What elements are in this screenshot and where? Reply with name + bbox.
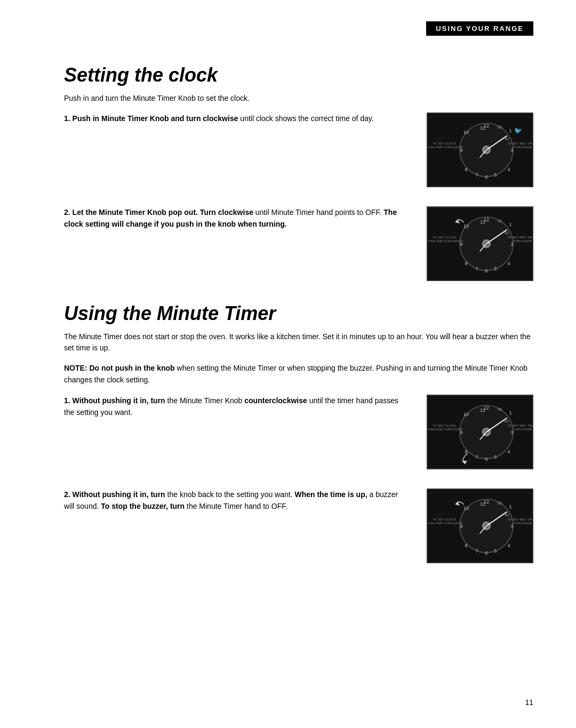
minute-timer-image-2: 12 1 11 3 4 5 6 7 8 9 10 60 40 bbox=[427, 489, 533, 563]
svg-text:4: 4 bbox=[507, 261, 510, 266]
clock-diagram-4: 12 1 11 3 4 5 6 7 8 9 10 60 40 bbox=[427, 489, 533, 563]
svg-text:PUSH AND TURN KNOB.: PUSH AND TURN KNOB. bbox=[428, 522, 463, 525]
step-bold: Push in Minute Timer Knob and turn clock… bbox=[73, 114, 238, 123]
svg-text:PUSH AND TURN KNOB.: PUSH AND TURN KNOB. bbox=[428, 428, 463, 431]
mt-step-bold-2b: When the time is up, bbox=[294, 490, 367, 499]
mt-step-num-2: 2. bbox=[64, 490, 73, 499]
svg-text:5: 5 bbox=[494, 454, 497, 460]
svg-text:TO SET MIN. TIMER,: TO SET MIN. TIMER, bbox=[507, 236, 533, 239]
svg-text:1: 1 bbox=[509, 222, 511, 227]
minute-timer-step-2-text: 2. Without pushing it in, turn the knob … bbox=[64, 489, 405, 513]
minute-timer-title: Using the Minute Timer bbox=[64, 302, 533, 325]
svg-text:TURN KNOB.: TURN KNOB. bbox=[513, 428, 532, 431]
svg-text:TURN KNOB.: TURN KNOB. bbox=[513, 239, 532, 243]
svg-text:60: 60 bbox=[498, 407, 502, 411]
svg-text:5: 5 bbox=[494, 266, 497, 271]
clock-diagram-1: 12 1 11 3 4 5 6 7 8 9 10 60 40 bbox=[427, 113, 533, 187]
mt-step-bold-1: Without pushing it in, turn bbox=[73, 396, 165, 405]
svg-text:11: 11 bbox=[480, 407, 485, 413]
svg-text:🐦: 🐦 bbox=[514, 126, 522, 134]
svg-text:TURN KNOB.: TURN KNOB. bbox=[513, 146, 532, 149]
svg-text:10: 10 bbox=[463, 130, 469, 135]
svg-text:11: 11 bbox=[480, 501, 485, 507]
svg-text:8: 8 bbox=[465, 167, 467, 172]
svg-text:TO SET CLOCK,: TO SET CLOCK, bbox=[433, 236, 457, 239]
svg-text:6: 6 bbox=[485, 268, 487, 274]
step-number: 1. bbox=[64, 114, 73, 123]
svg-text:5: 5 bbox=[494, 172, 497, 178]
svg-text:1: 1 bbox=[509, 504, 511, 509]
svg-text:60: 60 bbox=[498, 501, 502, 505]
setting-clock-step-1-text: 1. Push in Minute Timer Knob and turn cl… bbox=[64, 113, 405, 124]
clock-diagram-3: 12 1 11 3 4 5 6 7 8 9 10 60 40 bbox=[427, 395, 533, 469]
svg-text:60: 60 bbox=[498, 125, 502, 129]
step-number-2: 2. bbox=[64, 208, 73, 217]
setting-clock-intro: Push in and turn the Minute Timer Knob t… bbox=[64, 93, 533, 104]
svg-text:7: 7 bbox=[475, 172, 478, 178]
svg-text:PUSH AND TURN KNOB.: PUSH AND TURN KNOB. bbox=[428, 146, 463, 149]
svg-text:TO SET MIN. TIMER,: TO SET MIN. TIMER, bbox=[507, 142, 533, 145]
svg-text:4: 4 bbox=[507, 167, 510, 172]
step-bold-2: Let the Minute Timer Knob pop out. Turn … bbox=[73, 208, 253, 217]
svg-text:8: 8 bbox=[465, 543, 467, 548]
setting-clock-section: Setting the clock Push in and turn the M… bbox=[64, 64, 533, 281]
svg-text:TURN KNOB.: TURN KNOB. bbox=[513, 522, 532, 525]
minute-timer-step-2: 2. Without pushing it in, turn the knob … bbox=[64, 489, 533, 563]
clock-svg-4: 12 1 11 3 4 5 6 7 8 9 10 60 40 bbox=[428, 490, 533, 563]
setting-clock-step-1: 1. Push in Minute Timer Knob and turn cl… bbox=[64, 113, 533, 187]
clock-svg-2: 12 1 11 3 4 5 6 7 8 9 10 60 40 bbox=[428, 207, 533, 281]
svg-text:7: 7 bbox=[475, 266, 478, 271]
mt-step-num-1: 1. bbox=[64, 396, 73, 405]
clock-svg-1: 12 1 11 3 4 5 6 7 8 9 10 60 40 bbox=[428, 114, 533, 187]
clock-svg-3: 12 1 11 3 4 5 6 7 8 9 10 60 40 bbox=[428, 396, 533, 469]
clock-diagram-2: 12 1 11 3 4 5 6 7 8 9 10 60 40 bbox=[427, 206, 533, 281]
mt-step-bold-2a: Without pushing it in, turn bbox=[73, 490, 165, 499]
svg-text:7: 7 bbox=[475, 548, 478, 554]
minute-timer-section: Using the Minute Timer The Minute Timer … bbox=[64, 302, 533, 563]
note-bold: NOTE: Do not push in the knob bbox=[64, 364, 175, 372]
svg-text:PUSH AND TURN KNOB.: PUSH AND TURN KNOB. bbox=[428, 239, 463, 243]
minute-timer-intro: The Minute Timer does not start or stop … bbox=[64, 331, 533, 354]
svg-text:6: 6 bbox=[485, 174, 487, 180]
svg-text:8: 8 bbox=[465, 261, 467, 266]
svg-text:7: 7 bbox=[475, 454, 478, 460]
svg-text:4: 4 bbox=[507, 543, 510, 548]
svg-text:5: 5 bbox=[494, 548, 497, 554]
minute-timer-step-1-text: 1. Without pushing it in, turn the Minut… bbox=[64, 395, 405, 419]
setting-clock-image-1: 12 1 11 3 4 5 6 7 8 9 10 60 40 bbox=[427, 113, 533, 187]
svg-text:TO SET MIN. TIMER,: TO SET MIN. TIMER, bbox=[507, 518, 533, 521]
svg-text:10: 10 bbox=[463, 412, 469, 417]
svg-text:TO SET CLOCK,: TO SET CLOCK, bbox=[433, 424, 457, 427]
svg-text:6: 6 bbox=[485, 550, 487, 556]
svg-text:4: 4 bbox=[507, 449, 510, 454]
svg-text:1: 1 bbox=[509, 410, 511, 415]
minute-timer-note: NOTE: Do not push in the knob when setti… bbox=[64, 362, 533, 386]
svg-text:6: 6 bbox=[485, 457, 487, 462]
setting-clock-step-2: 2. Let the Minute Timer Knob pop out. Tu… bbox=[64, 206, 533, 281]
minute-timer-step-1: 1. Without pushing it in, turn the Minut… bbox=[64, 395, 533, 469]
page-container: USING YOUR RANGE Setting the clock Push … bbox=[0, 0, 576, 728]
setting-clock-title: Setting the clock bbox=[64, 64, 533, 86]
mt-step-bold-1b: counterclockwise bbox=[244, 396, 307, 405]
mt-step-bold-2c: To stop the buzzer, turn bbox=[101, 502, 185, 510]
svg-text:60: 60 bbox=[498, 219, 502, 223]
minute-timer-image-1: 12 1 11 3 4 5 6 7 8 9 10 60 40 bbox=[427, 395, 533, 469]
setting-clock-step-2-text: 2. Let the Minute Timer Knob pop out. Tu… bbox=[64, 206, 405, 230]
svg-text:11: 11 bbox=[480, 125, 485, 131]
svg-text:10: 10 bbox=[463, 223, 469, 229]
svg-text:TO SET CLOCK,: TO SET CLOCK, bbox=[433, 518, 457, 521]
header-banner: USING YOUR RANGE bbox=[426, 21, 533, 36]
svg-text:TO SET MIN. TIMER,: TO SET MIN. TIMER, bbox=[507, 424, 533, 427]
svg-text:10: 10 bbox=[463, 506, 469, 511]
page-number: 11 bbox=[525, 698, 533, 707]
svg-text:11: 11 bbox=[480, 219, 485, 225]
svg-text:1: 1 bbox=[509, 128, 511, 133]
setting-clock-image-2: 12 1 11 3 4 5 6 7 8 9 10 60 40 bbox=[427, 206, 533, 281]
svg-text:TO SET CLOCK,: TO SET CLOCK, bbox=[433, 142, 457, 145]
